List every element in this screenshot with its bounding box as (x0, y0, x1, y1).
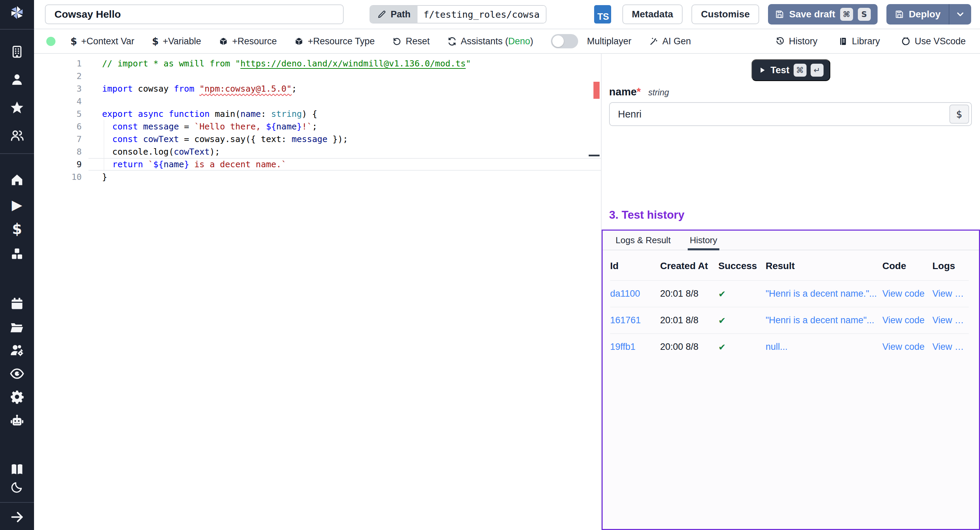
job-id-link[interactable]: da1100 (610, 289, 660, 299)
test-history-panel: Logs & ResultHistory IdCreated AtSuccess… (601, 230, 980, 530)
view-logs-link[interactable]: View logs (932, 342, 969, 352)
variables-dollar-icon[interactable]: $ (12, 222, 22, 236)
created-at-cell: 20:01 8/8 (660, 289, 718, 299)
add-resource-button[interactable]: +Resource (219, 36, 277, 47)
history-button[interactable]: History (775, 36, 817, 47)
workspace-building-icon[interactable] (10, 45, 24, 59)
pencil-icon (377, 10, 387, 19)
script-title-input[interactable] (45, 5, 344, 24)
multiplayer-toggle[interactable] (551, 34, 578, 48)
home-icon[interactable] (10, 173, 24, 187)
package-icon (294, 37, 304, 46)
schedules-calendar-icon[interactable] (10, 296, 24, 311)
view-code-link[interactable]: View code (882, 315, 932, 326)
add-variable-button[interactable]: $+Variable (152, 36, 201, 47)
folder-icon[interactable] (10, 319, 24, 334)
dark-mode-moon-icon[interactable] (10, 480, 24, 494)
groups-admin-icon[interactable] (10, 343, 24, 358)
add-context-var-button[interactable]: $+Context Var (70, 36, 134, 47)
reset-button[interactable]: Reset (392, 36, 430, 47)
table-row: 16176120:01 8/8✔"Henri is a decent name"… (610, 307, 969, 334)
save-draft-button[interactable]: Save draft ⌘ S (768, 4, 877, 24)
success-check: ✔ (718, 315, 765, 326)
assistants-button[interactable]: Assistants (Deno) (447, 36, 533, 47)
expand-sidebar-arrow-icon[interactable] (10, 509, 24, 525)
result-link[interactable]: "Henri is a decent name."... (765, 289, 882, 299)
runs-play-icon[interactable]: ▶ (12, 198, 22, 212)
cmd-key: ⌘ (794, 64, 807, 77)
column-header: Logs (932, 260, 969, 271)
vscode-button[interactable]: Use VScode (901, 36, 966, 47)
path-group: Path f/testing_roles/cowsa (369, 5, 546, 24)
editor-toolbar: $+Context Var $+Variable +Resource +Reso… (34, 29, 980, 54)
view-code-link[interactable]: View code (882, 342, 932, 352)
windmill-logo-icon[interactable] (8, 4, 26, 21)
history-clock-icon (775, 37, 785, 46)
code-line[interactable]: console.log(cowText); (89, 145, 601, 158)
edit-path-button[interactable]: Path (370, 6, 417, 23)
topbar: Path f/testing_roles/cowsa TS Metadata C… (34, 0, 980, 29)
insert-variable-dollar-button[interactable]: $ (950, 105, 969, 124)
add-resource-type-button[interactable]: +Resource Type (294, 36, 375, 47)
sidebar: ▶ $ (0, 0, 34, 530)
docs-book-icon[interactable] (10, 462, 24, 477)
line-number: 1 (34, 57, 82, 70)
enter-key: ↵ (811, 64, 824, 77)
code-line[interactable]: const cowText = cowsay.say({ text: messa… (89, 133, 601, 145)
tab-logs-result[interactable]: Logs & Result (606, 231, 680, 250)
refresh-icon (447, 37, 457, 46)
column-header: Success (718, 260, 765, 271)
view-code-link[interactable]: View code (882, 289, 932, 299)
s-key: S (858, 8, 871, 21)
line-number: 9 (34, 158, 82, 171)
field-label-row: name* string (609, 86, 972, 98)
view-logs-link[interactable]: View logs (932, 315, 969, 326)
deploy-button[interactable]: Deploy (886, 4, 949, 24)
job-id-link[interactable]: 161761 (610, 315, 660, 326)
code-line[interactable] (89, 70, 601, 82)
sidebar-divider (0, 29, 34, 30)
path-value[interactable]: f/testing_roles/cowsa (417, 6, 546, 23)
code-line[interactable]: return `${name} is a decent name.` (89, 158, 601, 171)
result-link[interactable]: "Henri is a decent name"... (765, 315, 882, 326)
deploy-options-chevron[interactable] (950, 4, 971, 24)
test-button[interactable]: Test ⌘ ↵ (751, 59, 830, 81)
ai-gen-button[interactable]: AI Gen (649, 36, 691, 47)
code-lines[interactable]: // import * as wmill from "https://deno.… (89, 54, 601, 530)
history-table-header: IdCreated AtSuccessResultCodeLogs (610, 260, 969, 280)
customise-button[interactable]: Customise (692, 5, 759, 24)
right-panel: Test ⌘ ↵ name* string $ 3. Test history … (601, 54, 980, 530)
line-number: 4 (34, 95, 82, 108)
audit-eye-icon[interactable] (10, 366, 24, 381)
users-group-icon[interactable] (10, 128, 24, 143)
column-header: Created At (660, 260, 718, 271)
name-field-input[interactable] (609, 102, 972, 126)
line-number: 8 (34, 145, 82, 158)
view-logs-link[interactable]: View logs (932, 289, 969, 299)
tab-history[interactable]: History (680, 231, 727, 250)
user-icon[interactable] (10, 73, 24, 87)
settings-gear-icon[interactable] (10, 390, 24, 404)
code-editor[interactable]: 12345678910 // import * as wmill from "h… (34, 54, 601, 530)
code-line[interactable]: } (89, 171, 601, 183)
result-link[interactable]: null... (765, 342, 882, 352)
windmill-app: ▶ $ (0, 0, 980, 530)
star-favorites-icon[interactable] (10, 100, 24, 115)
gutter: 12345678910 (34, 54, 89, 530)
library-button[interactable]: Library (838, 36, 880, 47)
job-id-link[interactable]: 19ffb1 (610, 342, 660, 352)
deploy-split-button: Deploy (886, 4, 971, 24)
line-number: 7 (34, 133, 82, 145)
resources-cubes-icon[interactable] (10, 247, 24, 261)
code-line[interactable]: const message = `Hello there, ${name}!`; (89, 120, 601, 133)
column-header: Result (765, 260, 882, 271)
code-line[interactable] (89, 95, 601, 108)
code-line[interactable]: import cowsay from "npm:cowsay@1.5.0"; (89, 82, 601, 95)
code-line[interactable]: export async function main(name: string)… (89, 108, 601, 120)
table-row: da110020:01 8/8✔"Henri is a decent name.… (610, 280, 969, 307)
metadata-button[interactable]: Metadata (622, 5, 682, 24)
workers-robot-icon[interactable] (10, 414, 24, 429)
test-history-heading: 3. Test history (609, 208, 972, 221)
code-line[interactable]: // import * as wmill from "https://deno.… (89, 57, 601, 70)
save-icon (894, 10, 904, 19)
